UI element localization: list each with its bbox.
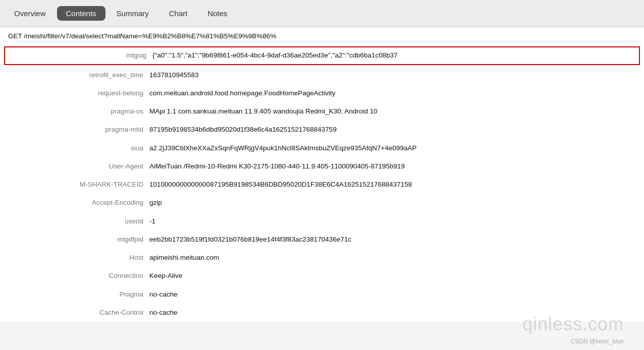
data-row-mtgdfpid: mtgdfpideeb2bb1723b519f1fd0321b076b819ee…	[0, 230, 644, 249]
data-row-pragma: Pragmano-cache	[0, 285, 644, 304]
data-row-cache-control: Cache-Controlno-cache	[0, 304, 644, 322]
data-row-fullurl: GET /meishi/filter/v7/deal/select?mallNa…	[0, 27, 644, 45]
row-value: no-cache	[149, 308, 636, 318]
row-key: Accept-Encoding	[8, 198, 149, 208]
data-row-request-belong: request-belongcom.meituan.android.food.h…	[0, 84, 644, 102]
row-value-fullurl: GET /meishi/filter/v7/deal/select?mallNa…	[8, 31, 636, 41]
row-value: 1637810945583	[149, 70, 636, 80]
data-row-pragma-os: pragma-osMApi 1.1 com.sankuai.meituan 11…	[0, 102, 644, 121]
row-key: Cache-Control	[8, 308, 149, 318]
data-row-retrofit-exec-time: retrofit_exec_time1637810945583	[0, 66, 644, 84]
tab-notes[interactable]: Notes	[198, 6, 236, 21]
row-key: request-belong	[8, 88, 149, 98]
row-key: userid	[8, 216, 149, 226]
row-key: pragma-mtid	[8, 125, 149, 135]
row-value: a2.2jJ39CblXheXXaZxSqnFqWRjgV4puk1hNcl8S…	[149, 143, 636, 153]
data-row-pragma-mtid: pragma-mtid87195b9198534b6dbd95020d1f38e…	[0, 121, 644, 139]
row-key: retrofit_exec_time	[8, 70, 149, 80]
row-value: apimeishi.meituan.com	[149, 253, 636, 263]
row-key: User-Agent	[8, 161, 149, 171]
row-value: 101000000000000087195B9198534B6DBD95020D…	[149, 180, 636, 190]
data-row-userid: userid-1	[0, 212, 644, 230]
row-key: Host	[8, 253, 149, 263]
tab-overview[interactable]: Overview	[5, 6, 55, 21]
tab-bar: OverviewContentsSummaryChartNotes	[0, 0, 644, 27]
row-key: Pragma	[8, 289, 149, 300]
data-row-user-agent: User-AgentAiMeiTuan /Redmi-10-Redmi K30-…	[0, 157, 644, 176]
row-value: -1	[149, 216, 636, 226]
row-value: eeb2bb1723b519f1fd0321b076b819ee14f4f3f8…	[149, 235, 636, 245]
row-key: mtgsig	[11, 50, 152, 61]
tab-contents[interactable]: Contents	[57, 6, 105, 21]
content-area: GET /meishi/filter/v7/deal/select?mallNa…	[0, 27, 644, 322]
row-key: Connection	[8, 271, 149, 281]
row-value: 87195b9198534b6dbd95020d1f38e6c4a1625152…	[149, 125, 636, 135]
row-value: no-cache	[149, 289, 636, 300]
data-row-siua: siuaa2.2jJ39CblXheXXaZxSqnFqWRjgV4puk1hN…	[0, 139, 644, 157]
data-row-connection: ConnectionKeep-Alive	[0, 267, 644, 285]
row-value: com.meituan.android.food.homepage.FoodHo…	[149, 88, 636, 98]
data-row-mtgsig: mtgsig{"a0":"1.5","a1":"9b69f861-e054-4b…	[4, 46, 640, 65]
row-value: gzip	[149, 198, 636, 208]
row-value: AiMeiTuan /Redmi-10-Redmi K30-2175-1080-…	[149, 161, 636, 171]
tab-chart[interactable]: Chart	[160, 6, 197, 21]
row-value: Keep-Alive	[149, 271, 636, 281]
row-value: {"a0":"1.5","a1":"9b69f861-e054-4bc4-9da…	[152, 50, 633, 61]
data-row-accept-encoding: Accept-Encodinggzip	[0, 194, 644, 212]
row-key: M-SHARK-TRACEID	[8, 180, 149, 190]
row-key: pragma-os	[8, 106, 149, 116]
csdn-label: CSDN @heier_blue	[570, 338, 624, 345]
tab-summary[interactable]: Summary	[108, 6, 158, 21]
data-row-m-shark-traceid: M-SHARK-TRACEID101000000000000087195B919…	[0, 176, 644, 194]
row-key: mtgdfpid	[8, 235, 149, 245]
data-row-host: Hostapimeishi.meituan.com	[0, 249, 644, 267]
row-value: MApi 1.1 com.sankuai.meituan 11.9.405 wa…	[149, 106, 636, 116]
row-key: siua	[8, 143, 149, 153]
